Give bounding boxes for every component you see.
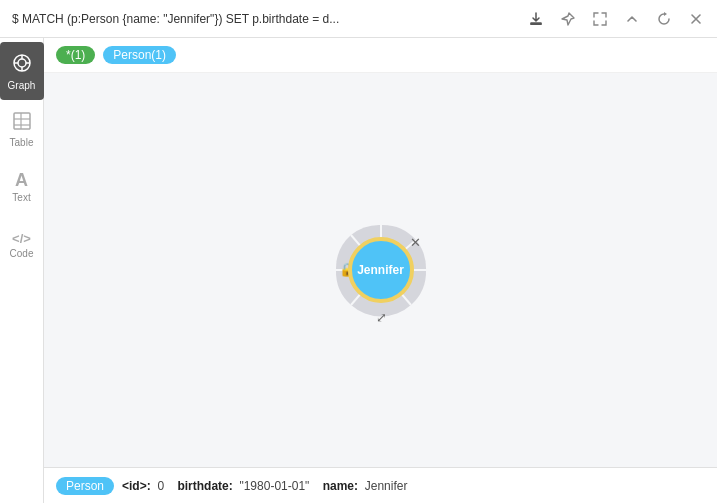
sidebar-item-table-label: Table	[10, 137, 34, 148]
status-name-key: name:	[323, 479, 358, 493]
status-id-label: <id>: 0 birthdate: "1980-01-01" name: Je…	[122, 479, 407, 493]
svg-rect-7	[14, 113, 30, 129]
status-id-value: 0	[157, 479, 164, 493]
status-bar: Person <id>: 0 birthdate: "1980-01-01" n…	[44, 467, 717, 503]
node-container[interactable]: 🔒 ✕ ⤢ Jennifer	[311, 200, 451, 340]
main-area: Graph Table A Text </> Code *(1)	[0, 38, 717, 503]
table-icon	[12, 111, 32, 134]
svg-text:⤢: ⤢	[375, 310, 386, 325]
graph-icon	[11, 52, 33, 77]
sidebar-item-code[interactable]: </> Code	[0, 216, 44, 274]
title-actions	[523, 6, 709, 32]
status-person-tag: Person	[56, 477, 114, 495]
sidebar: Graph Table A Text </> Code	[0, 38, 44, 503]
sidebar-item-code-label: Code	[10, 248, 34, 259]
person-tag[interactable]: Person(1)	[103, 46, 176, 64]
asterisk-tag[interactable]: *(1)	[56, 46, 95, 64]
up-button[interactable]	[619, 6, 645, 32]
sidebar-item-text-label: Text	[12, 192, 30, 203]
node-label: Jennifer	[357, 263, 404, 277]
svg-rect-0	[530, 23, 542, 25]
node-jennifer[interactable]: Jennifer	[348, 237, 414, 303]
pin-button[interactable]	[555, 6, 581, 32]
expand-button[interactable]	[587, 6, 613, 32]
sidebar-item-graph[interactable]: Graph	[0, 42, 44, 100]
close-button[interactable]	[683, 6, 709, 32]
sidebar-item-graph-label: Graph	[8, 80, 36, 91]
download-button[interactable]	[523, 6, 549, 32]
tags-bar: *(1) Person(1)	[44, 38, 717, 73]
sidebar-item-table[interactable]: Table	[0, 100, 44, 158]
query-text: $ MATCH (p:Person {name: "Jennifer"}) SE…	[12, 12, 339, 26]
svg-text:✕: ✕	[409, 235, 420, 250]
sidebar-item-text[interactable]: A Text	[0, 158, 44, 216]
status-name-value: Jennifer	[365, 479, 408, 493]
content-area: *(1) Person(1)	[44, 38, 717, 503]
graph-area: 🔒 ✕ ⤢ Jennifer	[44, 73, 717, 467]
status-birthdate-value: "1980-01-01"	[239, 479, 309, 493]
status-birthdate-key: birthdate:	[177, 479, 232, 493]
code-icon: </>	[12, 232, 31, 245]
text-icon: A	[15, 171, 28, 189]
svg-point-2	[18, 59, 26, 67]
refresh-button[interactable]	[651, 6, 677, 32]
status-id-key: <id>:	[122, 479, 151, 493]
title-bar: $ MATCH (p:Person {name: "Jennifer"}) SE…	[0, 0, 717, 38]
